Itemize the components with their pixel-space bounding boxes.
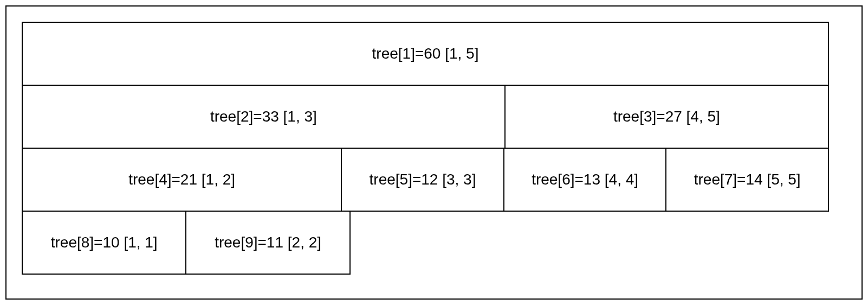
tree-node-9-label: tree[9]=11 [2, 2] [215,234,321,251]
tree-node-6: tree[6]=13 [4, 4] [503,148,667,212]
tree-node-6-label: tree[6]=13 [4, 4] [532,171,638,188]
tree-row-2: tree[2]=33 [1, 3] tree[3]=27 [4, 5] [22,86,829,149]
tree-row-3: tree[4]=21 [1, 2] tree[5]=12 [3, 3] tree… [22,149,829,212]
tree-node-5-label: tree[5]=12 [3, 3] [370,171,476,188]
tree-node-5: tree[5]=12 [3, 3] [341,148,504,212]
tree-node-4-label: tree[4]=21 [1, 2] [128,171,235,188]
tree-node-1: tree[1]=60 [1, 5] [22,22,829,86]
tree-node-2: tree[2]=33 [1, 3] [22,85,506,149]
tree-node-3: tree[3]=27 [4, 5] [504,85,829,149]
tree-row-1: tree[1]=60 [1, 5] [22,22,829,86]
tree-node-9: tree[9]=11 [2, 2] [185,211,350,275]
tree-node-3-label: tree[3]=27 [4, 5] [613,108,720,125]
tree-row-4: tree[8]=10 [1, 1] tree[9]=11 [2, 2] [22,212,829,275]
segment-tree-grid: tree[1]=60 [1, 5] tree[2]=33 [1, 3] tree… [22,22,829,275]
tree-node-2-label: tree[2]=33 [1, 3] [210,108,317,125]
tree-node-4: tree[4]=21 [1, 2] [22,148,342,212]
tree-node-7: tree[7]=14 [5, 5] [665,148,829,212]
tree-row-4-empty [349,211,829,275]
tree-node-8: tree[8]=10 [1, 1] [22,211,186,275]
tree-node-7-label: tree[7]=14 [5, 5] [694,171,801,188]
tree-node-1-label: tree[1]=60 [1, 5] [372,45,479,62]
tree-node-8-label: tree[8]=10 [1, 1] [51,234,158,251]
